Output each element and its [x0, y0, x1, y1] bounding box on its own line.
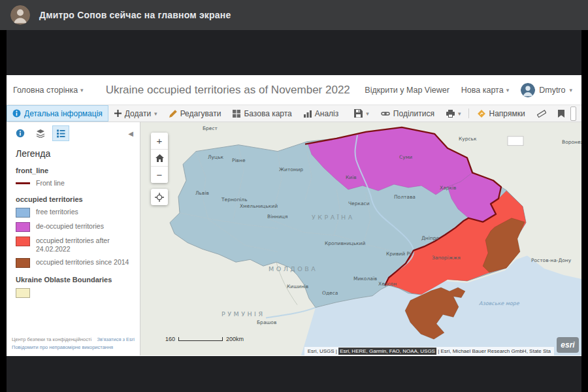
ruler-icon [537, 109, 546, 118]
share-label: Поділитися [393, 109, 434, 118]
scalebar: 160 200km [165, 336, 244, 342]
legend-item [16, 288, 132, 298]
crosshair-icon [155, 193, 164, 202]
user-name: Dmytro [539, 86, 565, 95]
search-input[interactable] [571, 110, 576, 118]
zoom-in-button[interactable]: + [151, 133, 168, 150]
home-page-menu[interactable]: Головна сторінка ▾ [13, 86, 84, 95]
esri-logo: esri [557, 337, 579, 353]
open-in-map-viewer-link[interactable]: Відкрити у Map Viewer [365, 86, 449, 95]
print-button[interactable]: ▾ [440, 105, 467, 122]
user-menu[interactable]: Dmytro ▾ [521, 83, 572, 97]
new-map-label: Нова карта [461, 86, 504, 95]
map-label: Кривий Ріг [386, 251, 414, 257]
map-label: УКРАЇНА [312, 214, 355, 221]
tab-about[interactable] [12, 125, 29, 141]
edit-button[interactable]: Редагувати [163, 105, 227, 122]
map-viewer-window: Головна сторінка ▾ Ukraine occupied terr… [7, 75, 581, 356]
save-icon [354, 109, 363, 118]
map-label: Запоріжжя [432, 255, 461, 261]
map-label: Азовське море [479, 301, 520, 306]
attribution-segment: | Esri, Michael Bauer Research GmbH, Sta… [436, 348, 551, 354]
map-label: Черкаси [348, 201, 370, 206]
scale-bar [178, 337, 223, 341]
analysis-label: Аналіз [315, 109, 338, 118]
tab-content[interactable] [32, 125, 49, 141]
scale-right-label: 200km [226, 336, 244, 342]
map-canvas[interactable]: БрестКурськВоронежЛуцькРівнеЖитомирКиївС… [140, 122, 581, 355]
zoom-controls: + − [151, 133, 168, 183]
map-label: Полтава [394, 194, 416, 200]
chevron-down-icon: ▾ [458, 110, 461, 117]
map-label: Житомир [279, 167, 303, 172]
basemap-button[interactable]: Базова карта [227, 105, 297, 122]
chevron-down-icon: ▾ [154, 110, 157, 117]
legend-title: Легенда [16, 148, 132, 159]
page-title: Ukraine occupied territories as of Novem… [106, 84, 350, 97]
map-label: Миколаїв [353, 276, 377, 282]
home-page-label: Головна сторінка [13, 86, 78, 95]
map-label: Харків [440, 185, 456, 191]
legend-body: Легенда front_lineFront lineoccupied ter… [7, 143, 140, 334]
map-label: Кропивницький [325, 240, 365, 246]
directions-button[interactable]: Напрямки [471, 105, 531, 122]
map-label: Ростов-на-Дону [531, 257, 572, 263]
chevron-down-icon: ▾ [569, 87, 572, 93]
map-label: Одеса [322, 290, 338, 296]
basemap-label: Базова карта [244, 109, 291, 118]
legend-item-label: free territories [36, 208, 78, 216]
report-abuse-link[interactable]: Повідомити про неправомірне використання [12, 344, 113, 350]
map-label: Суми [399, 154, 412, 160]
presenter-status: Дмитро Сопов сейчас на главном экране [39, 10, 231, 20]
legend-list-icon [56, 129, 65, 138]
directions-label: Напрямки [489, 109, 525, 118]
privacy-link[interactable]: Центр безпеки та конфіденційності [12, 336, 91, 344]
legend-layer-name: front_line [16, 167, 132, 174]
legend-item: occupied territories after 24.02.2022 [16, 237, 132, 253]
attribution: Esri, USGS | Esri, HERE, Garmin, FAO, NO… [304, 347, 554, 355]
save-button[interactable]: ▾ [348, 105, 375, 122]
bookmarks-button[interactable] [552, 105, 570, 122]
search-box [570, 106, 576, 121]
legend-layer-name: Ukraine Oblaste Boundaries [16, 276, 132, 284]
map-label: Тернопіль [221, 197, 248, 203]
link-icon [381, 110, 390, 118]
collapse-panel-button[interactable]: ◀ [125, 129, 136, 139]
details-button[interactable]: Детальна інформація [7, 105, 108, 122]
map-label: Кишинів [287, 284, 308, 289]
color-swatch [16, 222, 30, 232]
basemap-grid-icon [233, 110, 240, 118]
presenter-avatar [10, 5, 30, 25]
share-button[interactable]: Поділитися [375, 105, 440, 122]
about-info-icon [16, 129, 25, 138]
zoom-out-button[interactable]: − [151, 167, 168, 183]
add-label: Додати [125, 109, 151, 118]
measure-button[interactable] [531, 105, 552, 122]
avatar [521, 83, 535, 97]
person-icon [10, 5, 30, 25]
info-icon [12, 109, 21, 118]
line-swatch [16, 182, 30, 184]
color-swatch [16, 258, 30, 268]
map-label: Луцьк [208, 154, 224, 160]
new-map-menu[interactable]: Нова карта ▾ [461, 86, 509, 95]
find-location-button[interactable] [151, 189, 168, 205]
map-label: Курськ [459, 136, 477, 142]
chevron-down-icon: ▾ [80, 87, 84, 93]
analysis-button[interactable]: Аналіз [298, 105, 344, 122]
contact-esri-link[interactable]: Зв'язатися з Esri [97, 336, 135, 344]
app-header: Головна сторінка ▾ Ukraine occupied terr… [7, 75, 581, 105]
legend-item-label: occupied territories since 2014 [36, 258, 129, 267]
legend-item-label: Front line [36, 179, 65, 188]
person-icon [521, 83, 535, 97]
app-content: ◀ Легенда front_lineFront lineoccupied t… [7, 122, 581, 355]
add-button[interactable]: Додати ▾ [108, 105, 163, 122]
printer-icon [446, 110, 455, 118]
color-swatch [16, 237, 30, 246]
map-label: Брест [203, 125, 218, 131]
tab-legend[interactable] [52, 125, 69, 141]
panel-footer: Центр безпеки та конфіденційності Зв'яза… [7, 334, 140, 355]
map-label: МОЛДОВА [269, 265, 318, 272]
screenshare-topbar: Дмитро Сопов сейчас на главном экране [0, 0, 588, 30]
home-button[interactable] [151, 150, 168, 167]
